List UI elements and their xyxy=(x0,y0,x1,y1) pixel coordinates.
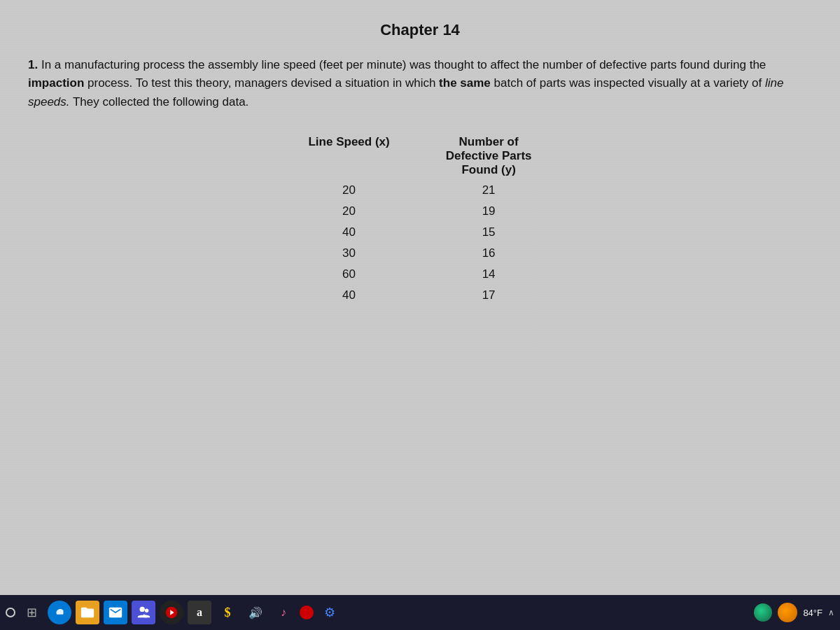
table-row: 40 17 xyxy=(280,285,559,306)
teams-icon[interactable] xyxy=(132,601,155,624)
edge-browser-icon[interactable] xyxy=(48,601,71,624)
taskbar: ⊞ a $ 🔊 ♪ xyxy=(0,595,840,630)
chapter-title: Chapter 14 xyxy=(28,21,812,39)
taskbar-orange-icon[interactable] xyxy=(778,603,797,622)
taskbar-grid-icon[interactable]: ⊞ xyxy=(20,601,43,624)
cell-y-6: 17 xyxy=(418,285,560,306)
col-header-y: Number of Defective Parts Found (y) xyxy=(418,132,560,180)
sound-icon[interactable]: 🔊 xyxy=(244,601,267,624)
table-body: 20 21 20 19 40 15 30 16 60 14 xyxy=(280,180,559,306)
cell-x-1: 20 xyxy=(280,180,417,201)
mail-icon[interactable] xyxy=(104,601,127,624)
record-icon[interactable] xyxy=(300,606,314,620)
table-row: 20 19 xyxy=(280,201,559,222)
media-icon[interactable] xyxy=(160,601,183,624)
cell-x-3: 40 xyxy=(280,222,417,243)
cell-y-1: 21 xyxy=(418,180,560,201)
start-button[interactable] xyxy=(6,608,15,617)
settings-icon[interactable]: ⚙ xyxy=(318,601,342,624)
page-content: Chapter 14 1. In a manufacturing process… xyxy=(0,0,840,595)
question-number: 1. xyxy=(28,58,38,71)
table-row: 60 14 xyxy=(280,264,559,285)
table-row: 20 21 xyxy=(280,180,559,201)
temperature: 84°F xyxy=(803,608,822,618)
taskbar-green-icon[interactable] xyxy=(754,603,772,622)
data-table-container: Line Speed (x) Number of Defective Parts… xyxy=(28,132,812,306)
chevron-up-icon[interactable]: ∧ xyxy=(828,608,834,617)
letter-a-icon[interactable]: a xyxy=(188,601,211,624)
cell-x-5: 60 xyxy=(280,264,417,285)
data-table: Line Speed (x) Number of Defective Parts… xyxy=(280,132,559,306)
weather-display: 84°F xyxy=(803,608,822,618)
question-body: 1. In a manufacturing process the assemb… xyxy=(28,56,812,111)
cell-y-3: 15 xyxy=(418,222,560,243)
col-header-x: Line Speed (x) xyxy=(280,132,417,180)
cell-x-2: 20 xyxy=(280,201,417,222)
table-row: 30 16 xyxy=(280,243,559,264)
table-row: 40 15 xyxy=(280,222,559,243)
cell-y-5: 14 xyxy=(418,264,560,285)
file-explorer-icon[interactable] xyxy=(76,601,99,624)
cell-x-4: 30 xyxy=(280,243,417,264)
cell-y-2: 19 xyxy=(418,201,560,222)
music-icon[interactable]: ♪ xyxy=(272,601,295,624)
question-text: In a manufacturing process the assembly … xyxy=(28,58,783,108)
cell-x-6: 40 xyxy=(280,285,417,306)
taskbar-right: 84°F ∧ xyxy=(754,603,834,622)
dollar-icon[interactable]: $ xyxy=(216,601,239,624)
cell-y-4: 16 xyxy=(418,243,560,264)
